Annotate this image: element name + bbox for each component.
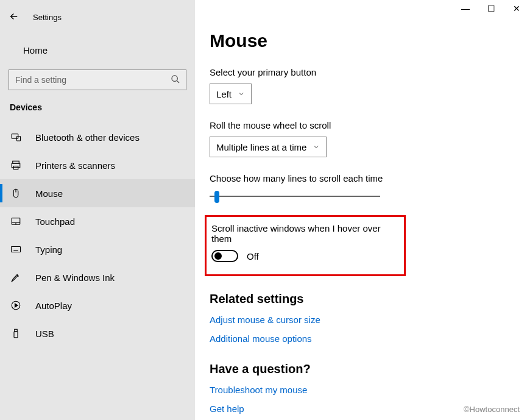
- link-adjust-mouse-size[interactable]: Adjust mouse & cursor size: [210, 315, 509, 325]
- mouse-icon: [10, 188, 22, 199]
- wheel-scroll-select[interactable]: Multiple lines at a time: [210, 137, 327, 157]
- hover-label: Scroll inactive windows when I hover ove…: [211, 223, 395, 244]
- autoplay-icon: [10, 300, 22, 311]
- sidebar: Settings Home Devices Bluetooth & other …: [0, 0, 195, 420]
- svg-rect-11: [12, 247, 21, 252]
- highlight-box: Scroll inactive windows when I hover ove…: [205, 215, 406, 276]
- wheel-scroll-block: Roll the mouse wheel to scroll Multiple …: [210, 120, 509, 157]
- sidebar-item-printers[interactable]: Printers & scanners: [0, 151, 195, 179]
- close-button[interactable]: ✕: [511, 4, 522, 13]
- question-heading: Have a question?: [210, 362, 509, 376]
- minimize-button[interactable]: —: [460, 4, 471, 13]
- sidebar-item-label: AutoPlay: [35, 301, 72, 311]
- link-additional-mouse-options[interactable]: Additional mouse options: [210, 333, 509, 344]
- wheel-scroll-value: Multiple lines at a time: [216, 142, 306, 152]
- sidebar-item-typing[interactable]: Typing: [0, 235, 195, 263]
- back-icon[interactable]: [9, 11, 19, 24]
- svg-marker-18: [15, 304, 18, 307]
- pen-icon: [10, 272, 22, 283]
- sidebar-item-label: Mouse: [35, 188, 63, 199]
- content: Mouse Select your primary button Left Ro…: [195, 6, 527, 414]
- slider-thumb[interactable]: [214, 191, 219, 203]
- settings-window: Settings Home Devices Bluetooth & other …: [0, 0, 527, 420]
- primary-button-label: Select your primary button: [210, 67, 509, 77]
- lines-label: Choose how many lines to scroll each tim…: [210, 173, 509, 183]
- sidebar-item-label: Bluetooth & other devices: [35, 132, 140, 143]
- sidebar-item-label: Printers & scanners: [35, 160, 115, 171]
- sidebar-nav: Bluetooth & other devices Printers & sca…: [0, 123, 195, 347]
- primary-button-select[interactable]: Left: [210, 84, 252, 104]
- hover-toggle-row: Off: [209, 250, 395, 262]
- maximize-button[interactable]: ☐: [486, 4, 497, 13]
- lines-slider[interactable]: [210, 190, 380, 203]
- sidebar-item-bluetooth[interactable]: Bluetooth & other devices: [0, 123, 195, 151]
- link-troubleshoot-mouse[interactable]: Troubleshoot my mouse: [210, 385, 509, 395]
- titlebar-left: Settings: [0, 5, 195, 29]
- search-icon: [171, 74, 180, 86]
- sidebar-item-usb[interactable]: USB: [0, 319, 195, 347]
- sidebar-home[interactable]: Home: [0, 38, 195, 62]
- printer-icon: [10, 160, 22, 171]
- chevron-down-icon: [238, 89, 245, 99]
- sidebar-item-autoplay[interactable]: AutoPlay: [0, 291, 195, 319]
- svg-point-0: [172, 76, 177, 81]
- sidebar-section-label: Devices: [0, 90, 195, 118]
- sidebar-item-label: Typing: [35, 244, 62, 255]
- primary-button-block: Select your primary button Left: [210, 67, 509, 104]
- lines-block: Choose how many lines to scroll each tim…: [210, 173, 509, 203]
- keyboard-icon: [10, 244, 22, 255]
- sidebar-item-touchpad[interactable]: Touchpad: [0, 207, 195, 235]
- sidebar-item-label: USB: [35, 329, 54, 339]
- related-heading: Related settings: [210, 292, 509, 306]
- hover-toggle[interactable]: [211, 250, 238, 262]
- page-title: Mouse: [210, 30, 509, 51]
- window-title: Settings: [33, 13, 62, 22]
- window-controls: — ☐ ✕: [460, 4, 522, 13]
- primary-button-value: Left: [216, 89, 232, 99]
- chevron-down-icon: [313, 142, 320, 152]
- sidebar-item-mouse[interactable]: Mouse: [0, 179, 195, 207]
- sidebar-item-label: Touchpad: [35, 216, 75, 227]
- sidebar-item-pen[interactable]: Pen & Windows Ink: [0, 263, 195, 291]
- sidebar-item-label: Pen & Windows Ink: [35, 272, 115, 283]
- toggle-knob: [214, 252, 222, 260]
- touchpad-icon: [10, 216, 22, 227]
- svg-rect-20: [14, 332, 18, 338]
- search-input[interactable]: [9, 69, 186, 90]
- slider-track: [210, 196, 380, 197]
- hover-state: Off: [247, 251, 259, 262]
- search-wrap: [9, 69, 186, 90]
- usb-icon: [10, 328, 22, 339]
- wheel-scroll-label: Roll the mouse wheel to scroll: [210, 120, 509, 130]
- bluetooth-icon: [10, 132, 22, 143]
- main-panel: — ☐ ✕ Mouse Select your primary button L…: [195, 0, 527, 420]
- watermark: ©Howtoconnect: [464, 405, 520, 414]
- svg-rect-4: [12, 163, 20, 168]
- home-label: Home: [23, 45, 48, 55]
